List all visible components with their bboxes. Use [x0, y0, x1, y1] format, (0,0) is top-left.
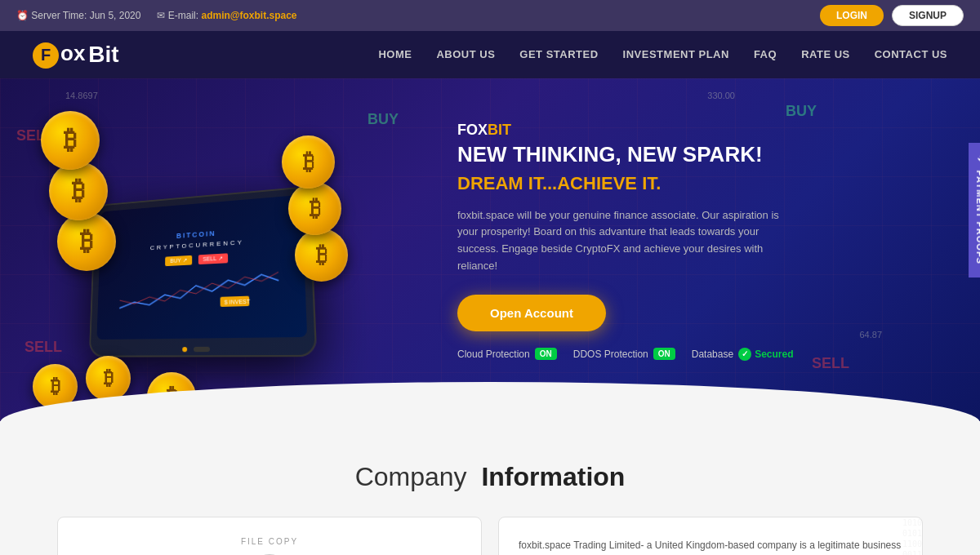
- coin-2: ₿: [49, 162, 108, 220]
- top-bar-left: ⏰ Server Time: Jun 5, 2020 ✉ E-mail: adm…: [16, 10, 297, 21]
- company-title-light: Company: [355, 462, 467, 491]
- nav-rate[interactable]: RATE US: [801, 48, 850, 60]
- screen-buy-btn: BUY ↗: [166, 255, 192, 265]
- company-title: Company Information: [33, 462, 947, 492]
- server-time: ⏰ Server Time: Jun 5, 2020: [16, 10, 140, 21]
- binary-bg: 101001011100001110100110: [902, 517, 922, 556]
- hero-section: SELL BUY SELL BUY SELL 14.8697 330.00 64…: [0, 78, 980, 421]
- device-btn-1: [182, 347, 187, 352]
- nav-about[interactable]: ABOUT US: [436, 48, 495, 60]
- database-badge: Database ✓ Secured: [692, 348, 794, 361]
- hero-brand: FOXBIT: [457, 122, 947, 139]
- secured-badge: ✓ Secured: [738, 348, 793, 361]
- company-cert-card: FILE COPY ⚜ CERTIFICATE OF INCORPORATION…: [57, 517, 482, 556]
- login-button[interactable]: LOGIN: [820, 5, 884, 26]
- coin-bl-2: ₿: [86, 356, 131, 401]
- nav-faq[interactable]: FAQ: [754, 48, 777, 60]
- company-card-content: FILE COPY ⚜ CERTIFICATE OF INCORPORATION…: [78, 537, 461, 556]
- device-screen-text: BITCOIN: [176, 229, 216, 239]
- cloud-protection-on: ON: [535, 348, 557, 360]
- navbar: Fox Bit HOME ABOUT US GET STARTED INVEST…: [0, 31, 980, 78]
- protection-badges: Cloud Protection ON DDOS Protection ON D…: [457, 348, 947, 361]
- screen-buttons: BUY ↗ SELL ↗: [166, 252, 228, 265]
- logo: Fox Bit: [33, 41, 119, 69]
- company-title-bold: Information: [481, 462, 625, 491]
- coin-5: ₿: [288, 182, 341, 235]
- device-screen-label: CRYPTOCURRENCY: [150, 238, 244, 251]
- payment-proofs-label: PAYMENT PROOFS: [975, 171, 980, 264]
- email-info: ✉ E-mail: admin@foxbit.space: [157, 10, 296, 21]
- hero-description: foxbit.space will be your genuine financ…: [457, 207, 800, 275]
- logo-fox-text: Fox: [33, 41, 85, 69]
- brand-fox: FOX: [457, 122, 488, 138]
- cloud-protection-badge: Cloud Protection ON: [457, 348, 557, 360]
- nav-get-started[interactable]: GET STARTED: [519, 48, 598, 60]
- ddos-protection-badge: DDOS Protection ON: [573, 348, 675, 360]
- shield-icon: ✓: [738, 348, 751, 361]
- database-label: Database: [692, 349, 733, 360]
- coin-6: ₿: [295, 229, 348, 282]
- logo-f-circle: F: [33, 42, 59, 69]
- ddos-protection-label: DDOS Protection: [573, 349, 648, 360]
- ddos-protection-on: ON: [653, 348, 675, 360]
- brand-bit: BIT: [488, 122, 511, 138]
- coin-stack-right: ₿ ₿ ₿: [282, 135, 335, 295]
- hero-headline2: DREAM IT...ACHIEVE IT.: [457, 173, 947, 194]
- device-container: ₿ ₿ ₿ ₿ ₿ ₿ BITCOIN CRYPTOCURRENCY BUY ↗: [33, 111, 359, 372]
- secured-label: Secured: [755, 349, 793, 360]
- signup-button[interactable]: SIGNUP: [892, 5, 964, 26]
- cloud-protection-label: Cloud Protection: [457, 349, 530, 360]
- company-desc-card: 101001011100001110100110 foxbit.space Tr…: [498, 517, 923, 556]
- hero-left: ₿ ₿ ₿ ₿ ₿ ₿ BITCOIN CRYPTOCURRENCY BUY ↗: [33, 111, 425, 372]
- top-bar-right: LOGIN SIGNUP: [820, 5, 964, 26]
- device-home-btn: [194, 346, 210, 351]
- coin-3: ₿: [57, 212, 116, 271]
- mini-chart: $ INVEST: [107, 264, 294, 312]
- hero-right: FOXBIT NEW THINKING, NEW SPARK! DREAM IT…: [425, 122, 947, 360]
- company-cards: FILE COPY ⚜ CERTIFICATE OF INCORPORATION…: [33, 517, 947, 556]
- top-bar: ⏰ Server Time: Jun 5, 2020 ✉ E-mail: adm…: [0, 0, 980, 31]
- nav-contact[interactable]: CONTACT US: [875, 48, 947, 60]
- device-screen: BITCOIN CRYPTOCURRENCY BUY ↗ SELL ↗: [96, 194, 307, 339]
- nav-investment[interactable]: INVESTMENT PLAN: [623, 48, 729, 60]
- coin-stack-left: ₿ ₿ ₿: [33, 111, 91, 287]
- screen-sell-btn: SELL ↗: [198, 252, 228, 264]
- device-buttons: [182, 346, 210, 351]
- telegram-icon: ✈: [975, 156, 981, 164]
- email-value: admin@foxbit.space: [201, 10, 296, 21]
- company-description: foxbit.space Trading Limited- a United K…: [519, 537, 902, 556]
- coin-4: ₿: [282, 135, 335, 189]
- company-section: Company Information FILE COPY ⚜ CERTIFIC…: [0, 421, 980, 556]
- nav-home[interactable]: HOME: [378, 48, 412, 60]
- logo-bit-text: Bit: [88, 42, 118, 68]
- coin-1: ₿: [41, 111, 100, 170]
- svg-text:$ INVEST: $ INVEST: [225, 297, 251, 304]
- open-account-button[interactable]: Open Account: [457, 295, 606, 331]
- file-copy-label: FILE COPY: [241, 537, 298, 546]
- hero-headline1: NEW THINKING, NEW SPARK!: [457, 142, 947, 167]
- nav-links: HOME ABOUT US GET STARTED INVESTMENT PLA…: [378, 48, 947, 60]
- payment-proofs-tab[interactable]: ✈ PAYMENT PROOFS: [969, 143, 981, 278]
